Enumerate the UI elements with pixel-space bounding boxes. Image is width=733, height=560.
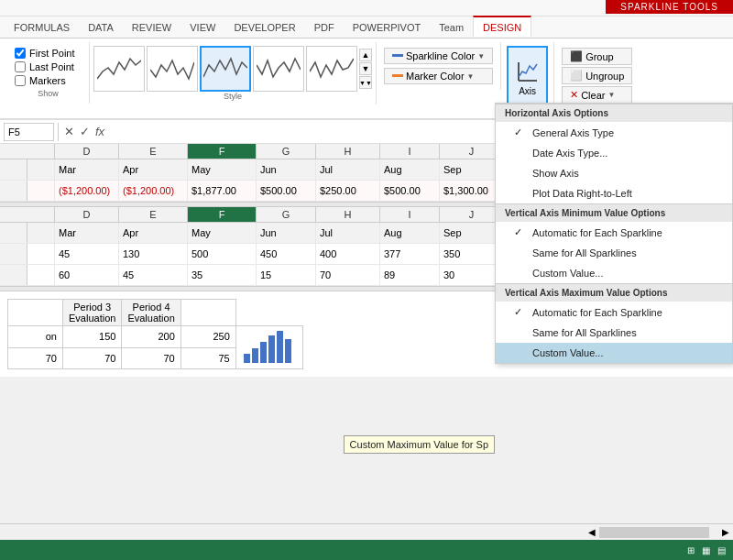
- col-header-I2[interactable]: I: [380, 207, 440, 222]
- show-axis-item[interactable]: Show Axis: [496, 163, 732, 183]
- col-header-I[interactable]: I: [380, 144, 440, 159]
- col-header-E2[interactable]: E: [119, 207, 188, 222]
- axis-button[interactable]: Axis: [507, 46, 548, 108]
- group-button[interactable]: ⬛ Group: [562, 48, 632, 65]
- same-all-min[interactable]: Same for All Sparklines: [496, 243, 732, 263]
- show-first-point[interactable]: First Point: [15, 48, 82, 59]
- cell[interactable]: 400: [316, 244, 380, 264]
- cell[interactable]: 35: [188, 265, 257, 285]
- sparkline-style-1[interactable]: [93, 46, 145, 92]
- cell[interactable]: May: [188, 159, 257, 180]
- cell[interactable]: 70: [63, 347, 122, 369]
- cell[interactable]: [27, 265, 55, 285]
- general-axis-type[interactable]: ✓ General Axis Type: [496, 122, 732, 143]
- cell[interactable]: [27, 223, 55, 243]
- auto-each-max[interactable]: ✓ Automatic for Each Sparkline: [496, 302, 732, 323]
- auto-each-min[interactable]: ✓ Automatic for Each Sparkline: [496, 222, 732, 243]
- first-point-checkbox[interactable]: [15, 48, 26, 59]
- tab-design[interactable]: DESIGN: [473, 16, 531, 37]
- cell[interactable]: 200: [122, 326, 181, 348]
- cell[interactable]: [27, 244, 55, 264]
- clear-button[interactable]: ✕ Clear ▼: [562, 86, 632, 104]
- col-header-D2[interactable]: D: [55, 207, 119, 222]
- cell[interactable]: 377: [380, 244, 440, 264]
- scroll-right-button[interactable]: ▶: [718, 527, 733, 537]
- sparkline-style-2[interactable]: [147, 46, 198, 92]
- custom-min[interactable]: Custom Value...: [496, 263, 732, 283]
- cell[interactable]: 70: [316, 265, 380, 285]
- scroll-left-button[interactable]: ◀: [585, 527, 599, 537]
- cell[interactable]: 250: [181, 326, 235, 348]
- tab-powerpivot[interactable]: POWERPIVOT: [344, 16, 431, 38]
- plot-rtl[interactable]: Plot Data Right-to-Left: [496, 183, 732, 203]
- ungroup-button[interactable]: ⬜ Ungroup: [562, 67, 632, 84]
- last-point-checkbox[interactable]: [15, 61, 26, 72]
- fx-button[interactable]: fx: [93, 125, 106, 138]
- cell[interactable]: 70: [8, 347, 63, 369]
- scroll-track[interactable]: [599, 527, 709, 538]
- sparkline-style-4[interactable]: [253, 46, 304, 92]
- cancel-formula-button[interactable]: ✕: [62, 125, 76, 138]
- cell[interactable]: 15: [257, 265, 316, 285]
- sparkline-style-3[interactable]: [200, 46, 251, 92]
- cell[interactable]: Aug: [380, 159, 440, 180]
- col-header-H2[interactable]: H: [316, 207, 380, 222]
- cell-reference-input[interactable]: [4, 123, 54, 141]
- cell[interactable]: $1,877.00: [188, 181, 257, 201]
- cell[interactable]: $250.00: [316, 181, 380, 201]
- cell[interactable]: Mar: [55, 159, 119, 180]
- cell[interactable]: Aug: [380, 223, 440, 243]
- col-header-D[interactable]: D: [55, 144, 119, 159]
- col-header-F2[interactable]: F: [188, 207, 257, 222]
- sparkline-color-button[interactable]: Sparkline Color ▼: [384, 48, 493, 64]
- style-scroll-up[interactable]: ▲: [359, 49, 372, 61]
- tab-pdf[interactable]: PDF: [305, 16, 344, 38]
- show-markers[interactable]: Markers: [15, 75, 82, 86]
- cell[interactable]: 75: [181, 347, 235, 369]
- cell[interactable]: Jul: [316, 159, 380, 180]
- cell[interactable]: Apr: [119, 159, 188, 180]
- cell[interactable]: Jun: [257, 159, 316, 180]
- cell[interactable]: $500.00: [257, 181, 316, 201]
- cell[interactable]: [27, 181, 55, 201]
- tab-view[interactable]: VIEW: [181, 16, 224, 38]
- col-header-F[interactable]: F: [188, 144, 257, 159]
- date-axis-type[interactable]: Date Axis Type...: [496, 143, 732, 163]
- horizontal-scrollbar[interactable]: ◀ ▶: [0, 523, 733, 540]
- cell[interactable]: May: [188, 223, 257, 243]
- tab-data[interactable]: DATA: [79, 16, 123, 38]
- col-header-G[interactable]: G: [257, 144, 316, 159]
- cell[interactable]: Jul: [316, 223, 380, 243]
- col-header-G2[interactable]: G: [257, 207, 316, 222]
- cell[interactable]: 45: [119, 265, 188, 285]
- cell[interactable]: Mar: [55, 223, 119, 243]
- tab-review[interactable]: REVIEW: [123, 16, 181, 38]
- same-all-max[interactable]: Same for All Sparklines: [496, 323, 732, 343]
- cell[interactable]: 89: [380, 265, 440, 285]
- style-scroll-down[interactable]: ▼: [359, 62, 372, 75]
- cell[interactable]: ($1,200.00): [55, 181, 119, 201]
- custom-max[interactable]: Custom Value...: [496, 343, 732, 363]
- tab-developer[interactable]: DEVELOPER: [224, 16, 304, 38]
- cell[interactable]: 450: [257, 244, 316, 264]
- sparkline-style-5[interactable]: [306, 46, 357, 92]
- cell[interactable]: $500.00: [380, 181, 440, 201]
- cell[interactable]: [27, 159, 55, 180]
- marker-color-button[interactable]: Marker Color ▼: [384, 68, 493, 84]
- tab-formulas[interactable]: FORMULAS: [5, 16, 79, 38]
- cell[interactable]: 45: [55, 244, 119, 264]
- tab-team[interactable]: Team: [430, 16, 473, 38]
- confirm-formula-button[interactable]: ✓: [78, 125, 92, 138]
- cell[interactable]: 70: [122, 347, 181, 369]
- col-header-E[interactable]: E: [119, 144, 188, 159]
- col-header-H[interactable]: H: [316, 144, 380, 159]
- cell[interactable]: on: [8, 326, 63, 348]
- cell[interactable]: Apr: [119, 223, 188, 243]
- cell[interactable]: Jun: [257, 223, 316, 243]
- cell[interactable]: 500: [188, 244, 257, 264]
- cell[interactable]: ($1,200.00): [119, 181, 188, 201]
- cell[interactable]: 130: [119, 244, 188, 264]
- style-scroll-more[interactable]: ▼▼: [359, 76, 372, 89]
- show-last-point[interactable]: Last Point: [15, 61, 82, 72]
- markers-checkbox[interactable]: [15, 75, 26, 86]
